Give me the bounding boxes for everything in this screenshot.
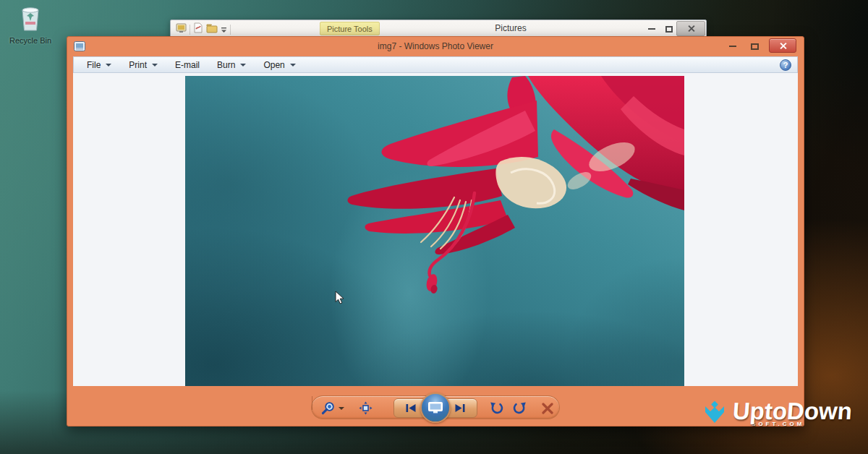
new-item-icon[interactable] (193, 22, 203, 36)
toolbar-separator (312, 396, 312, 410)
toolbar-separator (190, 25, 190, 35)
recycle-bin-label: Recycle Bin (4, 36, 56, 45)
menu-print[interactable]: Print (120, 57, 166, 72)
actual-size-icon (359, 401, 373, 415)
chevron-down-icon (290, 64, 296, 67)
menu-file-label: File (87, 60, 101, 70)
menu-burn[interactable]: Burn (208, 57, 255, 72)
rotate-clockwise-button[interactable] (511, 401, 527, 416)
menu-file[interactable]: File (78, 57, 120, 72)
quick-access-toolbar (176, 22, 231, 36)
pictures-titlebar[interactable]: Picture Tools Pictures (171, 20, 706, 37)
minimize-button[interactable] (724, 41, 741, 51)
menu-email-label: E-mail (175, 60, 200, 70)
delete-icon (541, 402, 554, 415)
minimize-button[interactable] (644, 23, 660, 35)
desktop-background[interactable]: Recycle Bin (0, 0, 868, 454)
rotate-counterclockwise-button[interactable] (488, 401, 504, 416)
close-button[interactable] (676, 21, 705, 36)
viewer-menubar: File Print E-mail Burn Open ? (73, 56, 798, 73)
help-icon: ? (783, 61, 788, 69)
pictures-window-title: Pictures (482, 23, 540, 33)
chevron-down-icon (339, 407, 344, 410)
delete-button[interactable] (540, 401, 555, 415)
help-button[interactable]: ? (780, 59, 791, 71)
viewer-content-area (73, 73, 798, 386)
maximize-icon (665, 26, 673, 33)
rotate-cw-icon (512, 401, 527, 416)
chevron-down-icon (240, 64, 246, 67)
close-icon (687, 25, 695, 33)
uptodown-watermark: UptoDown SOFT.COM (701, 401, 852, 431)
rotate-ccw-icon (489, 401, 504, 416)
picture-tools-tab[interactable]: Picture Tools (320, 22, 380, 35)
viewer-titlebar[interactable]: img7 - Windows Photo Viewer (67, 37, 804, 56)
menu-open-label: Open (263, 60, 284, 70)
maximize-button[interactable] (661, 23, 677, 35)
actual-size-button[interactable] (358, 401, 373, 415)
photo-viewer-app-icon[interactable] (176, 23, 187, 36)
folder-icon[interactable] (206, 23, 218, 36)
zoom-button[interactable] (319, 401, 336, 416)
menu-print-label: Print (129, 60, 147, 70)
mouse-cursor (335, 291, 344, 307)
recycle-bin[interactable]: Recycle Bin (4, 6, 56, 45)
viewer-toolbar (311, 395, 560, 419)
slideshow-icon (427, 401, 443, 414)
previous-icon (405, 403, 417, 413)
photo-viewer-window[interactable]: img7 - Windows Photo Viewer File Print E… (67, 36, 804, 427)
minimize-icon (648, 28, 655, 30)
uptodown-arrow-icon (701, 401, 728, 431)
zoom-icon (320, 401, 335, 416)
close-icon (779, 42, 787, 50)
chevron-down-icon (106, 64, 111, 67)
recycle-bin-icon (20, 6, 41, 35)
menu-open[interactable]: Open (255, 57, 304, 72)
viewer-bottom-bar (67, 386, 804, 427)
chevron-down-icon (152, 64, 158, 67)
play-slideshow-button[interactable] (420, 393, 451, 423)
close-button[interactable] (769, 38, 796, 53)
zoom-dropdown-button[interactable] (338, 406, 345, 411)
uptodown-logo-text: UptoDown (732, 401, 853, 422)
menu-email[interactable]: E-mail (166, 57, 208, 72)
qat-dropdown-icon[interactable] (221, 23, 227, 36)
menu-burn-label: Burn (217, 60, 235, 70)
toolbar-separator (230, 25, 231, 35)
next-icon (454, 403, 466, 413)
maximize-icon (751, 43, 759, 50)
minimize-icon (729, 46, 736, 47)
viewer-window-title: img7 - Windows Photo Viewer (67, 41, 804, 51)
maximize-button[interactable] (746, 41, 763, 51)
photo-flower-image (185, 76, 684, 386)
